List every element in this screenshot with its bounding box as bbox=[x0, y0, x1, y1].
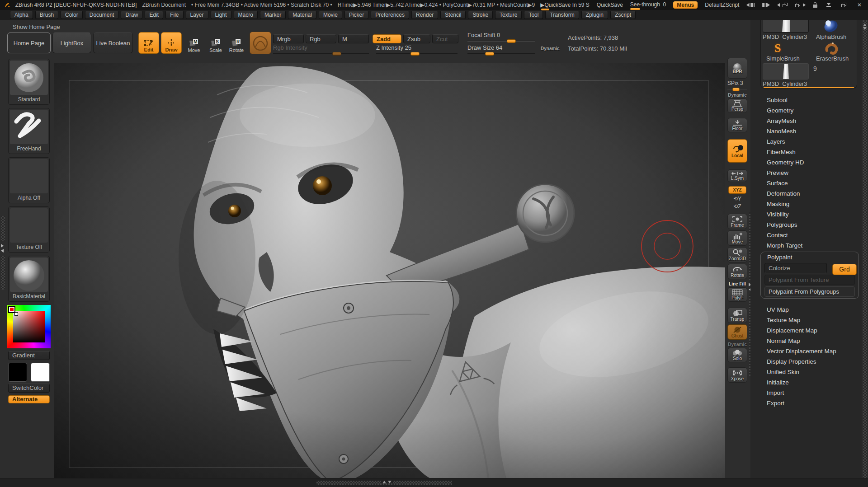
polypaint-header[interactable]: Polypaint bbox=[761, 252, 859, 262]
live-boolean-button[interactable]: Live Boolean bbox=[93, 33, 133, 53]
see-through-slider[interactable]: See-through 0 bbox=[630, 1, 666, 9]
simple-brush-label[interactable]: SimpleBrush bbox=[766, 55, 800, 62]
tool-section-geometry-hd[interactable]: Geometry HD bbox=[750, 157, 862, 168]
local-button[interactable]: Local bbox=[727, 139, 747, 163]
menu-item-brush[interactable]: Brush bbox=[35, 11, 58, 19]
alpha-brush-label[interactable]: AlphaBrush bbox=[816, 33, 846, 40]
tool-section-contact[interactable]: Contact bbox=[750, 230, 862, 240]
sculpt-viewport[interactable] bbox=[54, 63, 725, 478]
tool-section-morph-target[interactable]: Morph Target bbox=[750, 240, 862, 251]
tool-section-masking[interactable]: Masking bbox=[750, 199, 862, 209]
alpha-brush-icon[interactable] bbox=[822, 19, 840, 33]
left-divider-strip-bottom[interactable] bbox=[1, 256, 5, 290]
rotate-y-button[interactable]: ⟲Y bbox=[733, 196, 741, 202]
zsub-toggle[interactable]: Zsub bbox=[403, 34, 430, 43]
menu-item-marker[interactable]: Marker bbox=[260, 11, 286, 19]
menu-item-stencil[interactable]: Stencil bbox=[440, 11, 466, 19]
spix-slider[interactable]: SPix 3 bbox=[727, 80, 747, 91]
tool-section-nanomesh[interactable]: NanoMesh bbox=[750, 126, 862, 136]
colorize-button[interactable]: Colorize bbox=[764, 263, 827, 273]
menu-item-picker[interactable]: Picker bbox=[344, 11, 368, 19]
texture-selector[interactable]: Texture Off bbox=[8, 206, 50, 253]
floor-button[interactable]: Floor bbox=[727, 118, 747, 132]
quicksave-button[interactable]: QuickSave bbox=[597, 2, 623, 8]
move-3d-button[interactable]: Move bbox=[727, 230, 747, 246]
tool-section-geometry[interactable]: Geometry bbox=[750, 105, 862, 116]
rotate-z-button[interactable]: ⟲Z bbox=[733, 203, 741, 210]
default-zscript-button[interactable]: DefaultZScript bbox=[705, 2, 739, 8]
menu-item-document[interactable]: Document bbox=[85, 11, 119, 19]
tool-section-display-properties[interactable]: Display Properties bbox=[750, 356, 862, 367]
current-brush-thumbnail[interactable] bbox=[250, 32, 271, 54]
tool-section-deformation[interactable]: Deformation bbox=[750, 188, 862, 199]
z-intensity-handle[interactable] bbox=[410, 52, 420, 56]
tool-section-polygroups[interactable]: Polygroups bbox=[750, 220, 862, 230]
next-layout-icon[interactable] bbox=[795, 2, 806, 8]
primary-color-swatch[interactable] bbox=[8, 363, 27, 382]
draw-size-slider[interactable]: Draw Size 64 bbox=[467, 44, 535, 55]
divider-left-icon[interactable] bbox=[746, 3, 755, 7]
tool-section-initialize[interactable]: Initialize bbox=[750, 377, 862, 388]
zadd-toggle[interactable]: Zadd bbox=[373, 34, 401, 43]
left-divider-strip-top[interactable] bbox=[1, 216, 5, 241]
focal-shift-handle[interactable] bbox=[507, 39, 516, 43]
eraser-brush-icon[interactable] bbox=[822, 41, 840, 55]
z-intensity-slider[interactable]: Z Intensity 25 bbox=[376, 44, 458, 55]
frame-button[interactable]: Frame bbox=[727, 214, 747, 229]
lsym-button[interactable]: L.Sym bbox=[727, 169, 747, 182]
tool-section-preview[interactable]: Preview bbox=[750, 168, 862, 178]
menu-item-macro[interactable]: Macro bbox=[234, 11, 258, 19]
menu-item-layer[interactable]: Layer bbox=[186, 11, 208, 19]
divider-right-icon[interactable] bbox=[762, 3, 770, 7]
menu-item-zscript[interactable]: Zscript bbox=[610, 11, 636, 19]
zoom3d-button[interactable]: Zoom3D bbox=[727, 247, 747, 262]
palette-slider[interactable] bbox=[764, 87, 854, 88]
grd-button[interactable]: Grd bbox=[832, 264, 857, 275]
see-through-handle[interactable] bbox=[630, 8, 640, 10]
menus-button[interactable]: Menus bbox=[673, 1, 698, 9]
menu-item-tool[interactable]: Tool bbox=[524, 11, 543, 19]
spix-handle[interactable] bbox=[732, 88, 740, 91]
brush-selector[interactable]: Standard bbox=[8, 59, 50, 105]
menu-item-render[interactable]: Render bbox=[411, 11, 438, 19]
ghost-button[interactable]: Ghost bbox=[727, 324, 747, 340]
tool-section-subtool[interactable]: Subtool bbox=[750, 95, 862, 105]
tool-section-uv-map[interactable]: UV Map bbox=[750, 304, 862, 315]
canvas-hscroll-arrows[interactable] bbox=[381, 481, 393, 483]
menu-item-color[interactable]: Color bbox=[61, 11, 83, 19]
gradient-button[interactable]: Gradient bbox=[8, 351, 50, 360]
rgb-toggle[interactable]: Rgb bbox=[306, 34, 336, 43]
tool-section-vector-displacement-map[interactable]: Vector Displacement Map bbox=[750, 346, 862, 356]
rgb-intensity-slider[interactable]: Rgb Intensity bbox=[273, 44, 369, 55]
eraser-brush-label[interactable]: EraserBrush bbox=[816, 55, 849, 62]
edit-mode-button[interactable]: Edit bbox=[138, 32, 159, 54]
menu-item-preferences[interactable]: Preferences bbox=[371, 11, 409, 19]
zcut-toggle[interactable]: Zcut bbox=[432, 34, 458, 43]
polypaint-from-polygroups-button[interactable]: Polypaint From Polygroups bbox=[764, 286, 855, 297]
lightbox-button[interactable]: LightBox bbox=[52, 33, 91, 53]
xyz-button[interactable]: XYZ bbox=[728, 186, 746, 194]
alternate-button[interactable]: Alternate bbox=[8, 395, 50, 403]
tool-panel-scroll-arrows[interactable] bbox=[863, 23, 867, 30]
color-picker[interactable] bbox=[7, 305, 51, 348]
tool-section-texture-map[interactable]: Texture Map bbox=[750, 315, 862, 325]
menu-item-draw[interactable]: Draw bbox=[121, 11, 142, 19]
tool-panel-scrollbar[interactable] bbox=[863, 14, 867, 483]
menu-item-zplugin[interactable]: Zplugin bbox=[581, 11, 608, 19]
move-mode-button[interactable]: M Move bbox=[184, 32, 204, 54]
tool-section-arraymesh[interactable]: ArrayMesh bbox=[750, 116, 862, 126]
mrgb-toggle[interactable]: Mrgb bbox=[273, 34, 304, 43]
menu-item-stroke[interactable]: Stroke bbox=[468, 11, 493, 19]
scale-mode-button[interactable]: S Scale bbox=[205, 32, 226, 54]
menu-item-transform[interactable]: Transform bbox=[545, 11, 579, 19]
material-selector[interactable]: BasicMaterial bbox=[8, 256, 50, 302]
polyf-button[interactable]: PolyF bbox=[727, 287, 747, 302]
prev-layout-icon[interactable] bbox=[777, 2, 788, 8]
tool-section-export[interactable]: Export bbox=[750, 398, 862, 408]
tool-section-fibermesh[interactable]: FiberMesh bbox=[750, 147, 862, 157]
tool-section-layers[interactable]: Layers bbox=[750, 136, 862, 147]
draw-mode-button[interactable]: Draw bbox=[161, 32, 182, 54]
xpose-button[interactable]: Xpose bbox=[727, 367, 747, 383]
tool-section-surface[interactable]: Surface bbox=[750, 178, 862, 188]
quicksave-slider-handle[interactable] bbox=[541, 9, 549, 10]
